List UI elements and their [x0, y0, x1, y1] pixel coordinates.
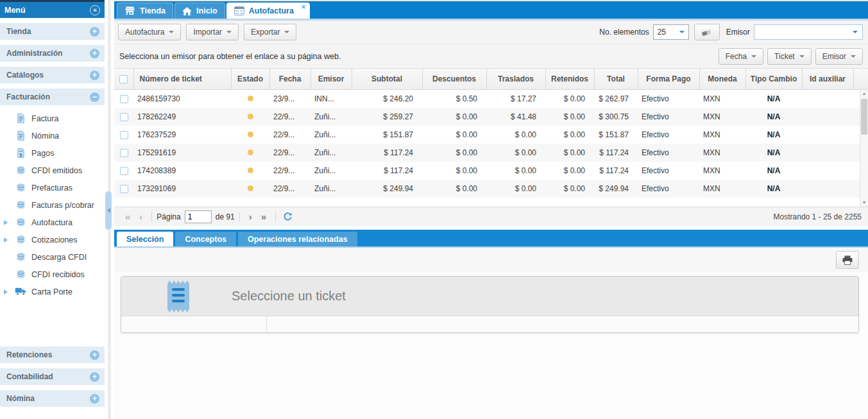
expand-section-icon[interactable]: + [90, 27, 99, 37]
scroll-down-icon[interactable]: ▼ [860, 199, 868, 207]
detail-tab-seleccion[interactable]: Selección [117, 232, 173, 246]
menu-button-exportar[interactable]: Exportar [244, 24, 296, 40]
column-header-descuentos[interactable]: Descuentos [422, 69, 486, 89]
row-checkbox[interactable] [120, 167, 128, 175]
close-tab-icon[interactable]: ✕ [301, 4, 306, 10]
column-header-forma-pago[interactable]: Forma Pago [638, 69, 699, 89]
row-checkbox[interactable] [120, 113, 128, 121]
filter-button-fecha[interactable]: Fecha [719, 48, 763, 65]
select-all-checkbox[interactable] [119, 75, 128, 83]
cell-emisor: Zuñi... [311, 180, 352, 198]
row-checkbox[interactable] [120, 149, 128, 157]
clear-filter-button[interactable] [694, 24, 720, 40]
sidebar-item-carta-porte[interactable]: Carta Porte [0, 283, 105, 300]
tab-autofactura[interactable]: Autofactura✕ [226, 3, 310, 19]
page-input[interactable] [185, 210, 212, 223]
column-header-traslados[interactable]: Traslados [486, 69, 545, 89]
prev-page-icon[interactable]: ‹ [139, 212, 142, 221]
expand-section-icon[interactable]: + [90, 372, 99, 382]
print-button[interactable] [836, 251, 859, 269]
table-row[interactable]: 248615973023/9...INN...$ 246.20$ 0.50$ 1… [114, 90, 860, 108]
column-header-moneda[interactable]: Moneda [699, 69, 745, 89]
sidebar-section-retenciones[interactable]: Retenciones+ [0, 346, 105, 363]
last-page-icon[interactable]: » [261, 212, 266, 221]
first-page-icon[interactable]: « [125, 212, 130, 221]
next-page-icon[interactable]: › [249, 212, 252, 221]
scrollbar-thumb[interactable] [861, 99, 867, 135]
sidebar-section-facturacion[interactable]: Facturación− [0, 89, 105, 105]
table-row[interactable]: 17420838922/9...Zuñi...$ 117.24$ 0.00$ 0… [114, 162, 860, 180]
row-checkbox[interactable] [120, 95, 128, 103]
sidebar-item-prefacturas[interactable]: Prefacturas [0, 179, 105, 196]
column-header-emisor[interactable]: Emisor [311, 69, 352, 89]
column-header-subtotal[interactable]: Subtotal [352, 69, 422, 89]
sidebar-section-tienda[interactable]: Tienda+ [0, 23, 105, 40]
table-row[interactable]: 17623752922/9...Zuñi...$ 151.87$ 0.00$ 0… [114, 126, 860, 144]
document-icon [15, 131, 26, 141]
column-header-estado[interactable]: Estado [231, 69, 269, 89]
sidebar-section-catalogos[interactable]: Catálogos+ [0, 67, 105, 83]
table-row[interactable]: 17329106922/9...Zuñi...$ 249.94$ 0.00$ 0… [114, 180, 860, 198]
column-header-id-auxiliar[interactable]: Id auxiliar [802, 69, 853, 89]
sidebar-section-contabilidad[interactable]: Contabilidad+ [0, 368, 105, 385]
splitter-handle[interactable] [105, 191, 112, 230]
expand-section-icon[interactable]: + [90, 350, 99, 360]
cell-emisor: Zuñi... [311, 144, 352, 162]
detail-tab-operaciones-relacionadas[interactable]: Operaciones relacionadas [238, 232, 357, 246]
emisor-combobox[interactable] [754, 24, 863, 40]
row-checkbox[interactable] [120, 185, 128, 193]
filter-button-ticket[interactable]: Ticket [767, 48, 812, 65]
refresh-icon[interactable] [283, 212, 293, 221]
cell-id-auxiliar [802, 108, 853, 126]
column-header-total[interactable]: Total [594, 69, 638, 89]
filter-button-emisor[interactable]: Emisor [815, 48, 863, 65]
sidebar-item-facturas-p-cobrar[interactable]: Facturas p/cobrar [0, 196, 105, 214]
column-header-retenidos[interactable]: Retenidos [545, 69, 594, 89]
column-header-tipo-cambio[interactable]: Tipo Cambio [745, 69, 802, 89]
sidebar-section-administracion[interactable]: Administración+ [0, 45, 105, 62]
expand-arrow-icon[interactable] [4, 220, 8, 225]
row-select-cell[interactable] [114, 90, 133, 108]
expand-arrow-icon[interactable] [4, 289, 8, 295]
column-header-fecha[interactable]: Fecha [269, 69, 311, 89]
column-header-numero-de-ticket[interactable]: Número de ticket [133, 69, 231, 89]
sidebar-item-nomina[interactable]: Nómina [0, 127, 105, 144]
select-all-header-cell[interactable] [114, 69, 133, 89]
sidebar-section-nomina[interactable]: Nómina+ [0, 390, 105, 407]
sidebar-item-autofactura[interactable]: Autofactura [0, 214, 105, 231]
row-select-cell[interactable] [114, 162, 133, 180]
sidebar-item-factura[interactable]: Factura [0, 110, 105, 127]
vertical-scrollbar[interactable]: ▲ ▼ [860, 90, 868, 207]
expand-section-icon[interactable]: + [90, 49, 99, 58]
menu-button-importar[interactable]: Importar [186, 24, 239, 40]
placeholder-text: Seleccione un ticket [232, 289, 346, 304]
row-select-cell[interactable] [114, 126, 133, 144]
chevron-down-icon [679, 31, 685, 33]
sidebar-item-cotizaciones[interactable]: Cotizaciones [0, 231, 105, 248]
page-size-select[interactable]: 25 [653, 24, 689, 40]
detail-tab-conceptos[interactable]: Conceptos [175, 232, 236, 246]
scroll-up-icon[interactable]: ▲ [860, 90, 868, 98]
collapse-sidebar-icon[interactable]: « [90, 5, 100, 15]
tab-tienda[interactable]: Tienda [117, 3, 173, 19]
sidebar-item-pagos[interactable]: $Pagos [0, 144, 105, 162]
row-select-cell[interactable] [114, 144, 133, 162]
collapse-section-icon[interactable]: − [90, 92, 99, 102]
menu-button-autofactura[interactable]: Autofactura [118, 24, 181, 40]
expand-section-icon[interactable]: + [90, 394, 99, 404]
row-select-cell[interactable] [114, 108, 133, 126]
row-select-cell[interactable] [114, 180, 133, 198]
sidebar-item-cfdi-recibidos[interactable]: CFDI recibidos [0, 266, 105, 283]
cell-moneda: MXN [699, 126, 745, 144]
row-checkbox[interactable] [120, 131, 128, 139]
tab-inicio[interactable]: Inicio [174, 3, 225, 19]
expand-section-icon[interactable]: + [90, 71, 99, 80]
expand-arrow-icon[interactable] [4, 237, 8, 243]
table-row[interactable]: 17529161922/9...Zuñi...$ 117.24$ 0.00$ 0… [114, 144, 860, 162]
table-row[interactable]: 17826224922/9...Zuñi...$ 259.27$ 0.00$ 4… [114, 108, 860, 126]
sidebar-item-cfdi-emitidos[interactable]: CFDI emitidos [0, 162, 105, 179]
grid-header: Número de ticketEstadoFechaEmisorSubtota… [114, 68, 868, 90]
divider [151, 212, 152, 222]
sidebar-item-descarga-cfdi[interactable]: Descarga CFDI [0, 248, 105, 266]
cell-emisor: Zuñi... [311, 162, 352, 180]
